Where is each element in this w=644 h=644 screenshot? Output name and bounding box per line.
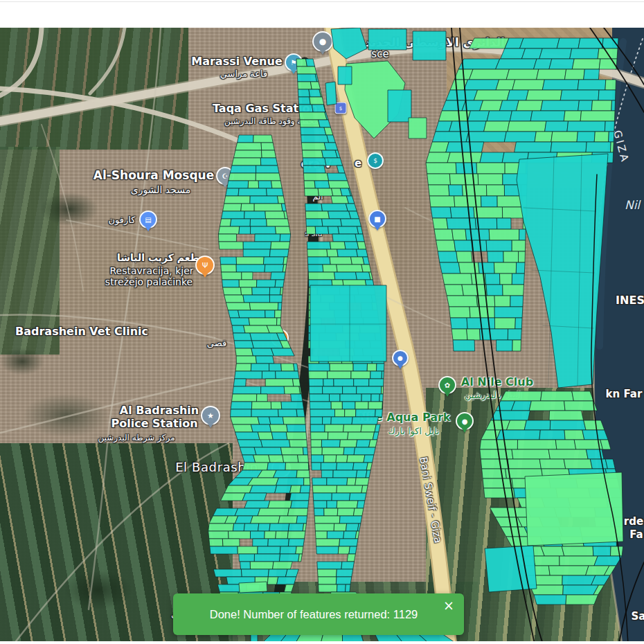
label-marassi-venue[interactable]: Marassi Venue	[191, 55, 283, 68]
icon-bank-glyph: $	[373, 157, 377, 164]
label-police-line1[interactable]: Al Badrashin	[120, 404, 199, 417]
pin-unknown-place[interactable]: ●	[312, 31, 333, 52]
pin-blue-poi-glyph: ●	[397, 355, 403, 361]
label-police-line2[interactable]: Police Station	[111, 417, 197, 430]
toast-notification: Done! Number of features returned: 1129 …	[173, 593, 464, 635]
pin-police[interactable]: ★	[201, 406, 220, 425]
label-shoura-mosque[interactable]: Al-Shoura Mosque	[93, 168, 214, 182]
pin-blue-poi[interactable]: ●	[392, 350, 409, 366]
label-rde-fragment: rde	[624, 515, 643, 528]
pin-restaurant-glyph: Ψ	[202, 261, 208, 270]
pin-shopping-bag[interactable]: ■	[368, 210, 386, 228]
pin-supermarket-glyph: ▤	[145, 216, 151, 224]
label-aqua-park[interactable]: Nile Aqua Park	[359, 411, 451, 424]
label-restaurant-line1[interactable]: Restavracija, kjer	[109, 265, 193, 276]
label-alm-fragment: الم	[313, 192, 323, 202]
toast-message: Done! Number of features returned: 1129	[210, 608, 428, 621]
pin-marassi-venue[interactable]: ⚑	[285, 53, 303, 71]
label-kn-far-fragment: kn Far	[606, 388, 643, 400]
label-el-badrashin[interactable]: El Badrashin	[175, 460, 258, 474]
label-ssla-fragment: s sla	[305, 229, 323, 238]
label-aqua-park-ar[interactable]: نايل اكوا بارك	[388, 426, 439, 436]
pin-supermarket[interactable]: ▤	[139, 211, 157, 229]
label-era-fragment: era V	[301, 158, 332, 170]
icon-museum-glyph: Ⅲ	[278, 464, 284, 473]
label-nile-club[interactable]: Al Nile Club	[461, 375, 533, 388]
label-ring-road-ar[interactable]: الدائرى الاوسطى الجديد	[365, 35, 505, 49]
label-ines-fragment: INES	[616, 294, 644, 307]
pin-orange-poi[interactable]: ▮	[271, 329, 289, 347]
pin-unknown-place-glyph: ●	[319, 37, 326, 46]
icon-atm-glyph: $	[339, 105, 342, 111]
toast-close-button[interactable]: ×	[442, 598, 456, 614]
bottom-strip	[0, 641, 644, 644]
pin-aqua-park[interactable]: ●	[456, 412, 474, 430]
icon-museum[interactable]: Ⅲ	[271, 458, 291, 478]
pin-nile-club[interactable]: ✿	[438, 376, 456, 394]
pin-orange-poi-glyph: ▮	[278, 334, 282, 342]
label-marassi-venue-ar[interactable]: قاعة مراسي	[220, 69, 268, 79]
icon-bank[interactable]: $	[367, 152, 384, 169]
label-qasa-fragment: قصى	[207, 338, 226, 348]
pin-mosque-glyph: ☪	[222, 172, 229, 180]
label-e-fragment: e	[355, 157, 361, 170]
label-restaurant-line2[interactable]: strežejo palačinke	[105, 276, 193, 287]
label-taqa-gas-station-ar[interactable]: محطة وقود طاقة البدرشين	[224, 116, 319, 126]
label-nile-club-ar[interactable]: النيل بالبدرشين	[465, 390, 522, 400]
app-window: الدائرى الاوسطى الجديدščeMarassi Venueقا…	[0, 0, 644, 644]
label-nile-river: Nil	[625, 198, 640, 212]
pin-nile-club-glyph: ✿	[445, 382, 450, 389]
pin-mosque[interactable]: ☪	[216, 167, 234, 185]
label-police-ar[interactable]: مركز شرطه البدرشين	[98, 433, 175, 442]
pin-police-glyph: ★	[207, 411, 214, 420]
icon-atm[interactable]: $	[335, 102, 347, 114]
pin-marassi-venue-glyph: ⚑	[291, 59, 297, 66]
pin-restaurant[interactable]: Ψ	[195, 256, 215, 275]
top-toolbar-area	[0, 0, 644, 28]
label-restaurant-ar[interactable]: مطعم كريب الباشا	[117, 252, 206, 263]
label-fa-fragment: Fa	[629, 528, 643, 541]
label-carrefour-ar[interactable]: كارفون	[109, 215, 136, 225]
label-sce-fragment: šče	[371, 48, 388, 60]
pin-aqua-park-glyph: ●	[462, 418, 468, 425]
toolbar-divider	[0, 1, 644, 2]
label-vet-clinic[interactable]: Badrashein Vet Clinic	[15, 325, 148, 338]
label-sa-fragment: Sa	[632, 610, 644, 623]
label-shoura-mosque-ar[interactable]: مسجد الشورى	[131, 184, 190, 195]
label-taqa-gas-station[interactable]: Taqa Gas Station	[213, 102, 318, 115]
pin-shopping-bag-glyph: ■	[374, 215, 380, 223]
